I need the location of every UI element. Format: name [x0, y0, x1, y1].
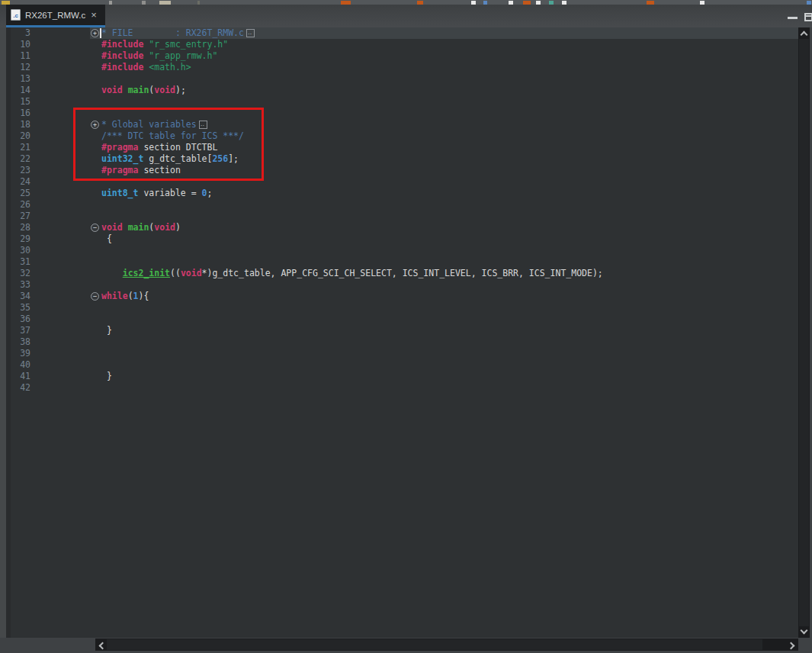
line-number: 27	[11, 211, 30, 222]
code-line[interactable]: 18+* Global variables	[6, 119, 798, 130]
code-line[interactable]: 38	[6, 336, 798, 348]
line-number: 13	[11, 73, 30, 85]
code-text: #include <math.h>	[101, 62, 191, 73]
line-number: 34	[11, 291, 30, 302]
line-number: 28	[11, 222, 30, 233]
code-line[interactable]: 26	[6, 199, 798, 211]
line-number: 41	[11, 371, 30, 382]
code-line[interactable]: 34−while(1){	[6, 291, 798, 302]
code-text: {	[101, 233, 112, 245]
editor-tab-bar: .c RX26T_RMW.c ×	[0, 5, 812, 27]
scroll-left-icon[interactable]	[98, 642, 104, 648]
code-text: #pragma section DTCTBL	[101, 142, 217, 153]
code-line[interactable]: 29 {	[6, 233, 798, 245]
code-line[interactable]: 28−void main(void)	[6, 222, 798, 233]
c-file-icon: .c	[11, 9, 21, 21]
collapsed-region-icon[interactable]	[246, 29, 255, 37]
line-number: 14	[11, 85, 30, 96]
code-lines[interactable]: 3+* FILE : RX26T_RMW.c10#include "r_smc_…	[6, 27, 798, 394]
collapsed-region-icon[interactable]	[199, 121, 207, 129]
code-line[interactable]: 20/*** DTC table for ICS ***/	[6, 130, 798, 142]
code-line[interactable]: 10#include "r_smc_entry.h"	[6, 39, 798, 50]
text-cursor	[100, 28, 101, 38]
line-number: 42	[11, 382, 30, 394]
code-line[interactable]: 35	[6, 302, 798, 314]
code-line[interactable]: 11#include "r_app_rmw.h"	[6, 50, 798, 62]
line-number: 32	[11, 268, 30, 279]
code-line[interactable]: 22uint32_t g_dtc_table[256];	[6, 153, 798, 165]
horizontal-scrollbar-thumb[interactable]	[107, 639, 762, 650]
code-line[interactable]: 40	[6, 359, 798, 371]
line-number: 24	[11, 176, 30, 188]
code-line[interactable]: 25uint8_t variable = 0;	[6, 188, 798, 199]
line-number: 22	[11, 153, 30, 165]
code-line[interactable]: 41 }	[6, 371, 798, 382]
code-line[interactable]: 32 ics2_init((void*)g_dtc_table, APP_CFG…	[6, 268, 798, 279]
code-text: #pragma section	[101, 165, 181, 176]
fold-collapse-icon[interactable]: −	[91, 292, 99, 301]
minimize-icon[interactable]	[788, 17, 798, 19]
left-window-strip	[0, 5, 6, 653]
code-line[interactable]: 27	[6, 211, 798, 222]
code-text: void main(void);	[101, 85, 186, 96]
line-number: 36	[11, 314, 30, 325]
code-text: /*** DTC table for ICS ***/	[101, 130, 244, 142]
line-number: 10	[11, 39, 30, 50]
line-number: 25	[11, 188, 30, 199]
code-text: #include "r_smc_entry.h"	[101, 39, 228, 50]
code-text: }	[101, 325, 112, 336]
line-number: 18	[11, 119, 30, 130]
line-number: 3	[11, 27, 30, 39]
code-text: * Global variables	[101, 119, 207, 130]
line-number: 16	[11, 108, 30, 119]
code-line[interactable]: 16	[6, 108, 798, 119]
code-line[interactable]: 13	[6, 73, 798, 85]
horizontal-scrollbar[interactable]	[95, 639, 798, 651]
fold-collapse-icon[interactable]: −	[91, 224, 99, 232]
eclipse-editor-window: .c RX26T_RMW.c × 3+* FILE : RX26T_RMW.c1…	[0, 0, 812, 653]
tab-label: RX26T_RMW.c	[25, 11, 85, 20]
code-line[interactable]: 12#include <math.h>	[6, 62, 798, 73]
code-text: #include "r_app_rmw.h"	[101, 50, 217, 62]
code-line[interactable]: 24	[6, 176, 798, 188]
scroll-up-icon[interactable]	[801, 31, 807, 37]
code-line[interactable]: 31	[6, 256, 798, 268]
line-number: 12	[11, 62, 30, 73]
line-number: 15	[11, 96, 30, 108]
line-number: 33	[11, 279, 30, 291]
code-text: ics2_init((void*)g_dtc_table, APP_CFG_SC…	[101, 268, 603, 279]
line-number: 11	[11, 50, 30, 62]
code-line[interactable]: 37 }	[6, 325, 798, 336]
code-text: uint32_t g_dtc_table[256];	[101, 153, 239, 165]
code-line[interactable]: 15	[6, 96, 798, 108]
code-text: while(1){	[101, 291, 149, 302]
line-number: 20	[11, 130, 30, 142]
code-line[interactable]: 39	[6, 348, 798, 359]
code-line[interactable]: 14void main(void);	[6, 85, 798, 96]
fold-expand-icon[interactable]: +	[91, 121, 99, 129]
line-number: 23	[11, 165, 30, 176]
code-line[interactable]: 3+* FILE : RX26T_RMW.c	[6, 27, 798, 39]
line-number: 21	[11, 142, 30, 153]
scroll-right-icon[interactable]	[789, 642, 795, 648]
code-line[interactable]: 33	[6, 279, 798, 291]
restore-icon[interactable]	[804, 13, 812, 21]
bottom-bar	[0, 638, 812, 653]
code-line[interactable]: 30	[6, 245, 798, 256]
tab-close-icon[interactable]: ×	[91, 10, 97, 20]
code-line[interactable]: 21#pragma section DTCTBL	[6, 142, 798, 153]
code-editor[interactable]: 3+* FILE : RX26T_RMW.c10#include "r_smc_…	[6, 27, 798, 638]
code-line[interactable]: 42	[6, 382, 798, 394]
line-number: 40	[11, 359, 30, 371]
fold-expand-icon[interactable]: +	[91, 29, 99, 37]
code-text: void main(void)	[101, 222, 181, 233]
line-number: 38	[11, 336, 30, 348]
code-line[interactable]: 23#pragma section	[6, 165, 798, 176]
vertical-scrollbar[interactable]	[798, 27, 810, 638]
line-number: 39	[11, 348, 30, 359]
scroll-down-icon[interactable]	[801, 629, 807, 635]
code-line[interactable]: 36	[6, 314, 798, 325]
line-number: 37	[11, 325, 30, 336]
tab-rx26t-rmw-c[interactable]: .c RX26T_RMW.c ×	[6, 5, 105, 25]
vertical-scrollbar-thumb[interactable]	[799, 39, 809, 626]
